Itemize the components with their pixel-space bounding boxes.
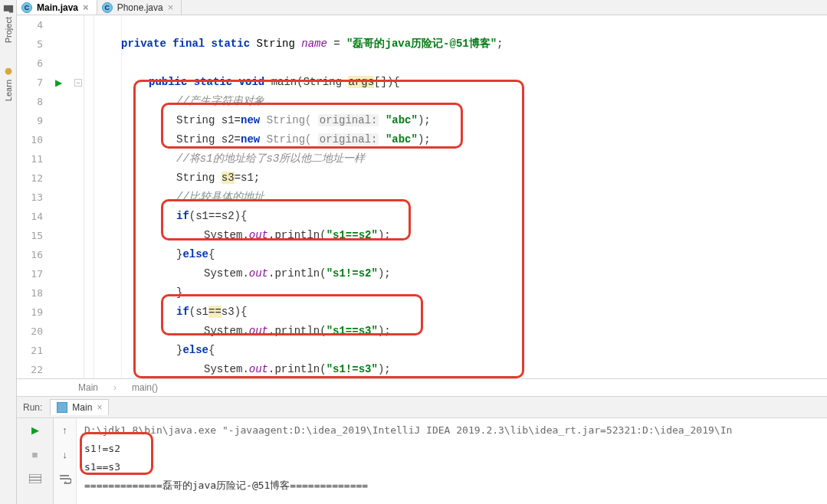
svg-rect-0 <box>3 5 12 11</box>
run-label: Run: <box>23 402 42 413</box>
line-number: 13 <box>17 191 48 203</box>
soft-wrap-button[interactable] <box>58 472 72 486</box>
rerun-button[interactable]: ▶ <box>28 423 42 437</box>
code-line: private final static String name = "磊哥的j… <box>84 34 827 54</box>
learn-icon <box>3 66 14 77</box>
editor-tab-bar: C Main.java × C Phone.java × <box>17 0 827 15</box>
code-area[interactable]: private final static String name = "磊哥的j… <box>84 15 827 378</box>
stop-button[interactable]: ■ <box>28 447 42 461</box>
code-line: //产生字符串对象 <box>84 92 827 111</box>
run-config-name: Main <box>72 402 92 413</box>
code-line: public static void main(String args[]){ <box>84 73 827 92</box>
svg-rect-3 <box>29 474 41 483</box>
line-number: 4 <box>17 19 48 31</box>
line-number: 7 <box>17 77 48 88</box>
console-output[interactable]: D:\jdk1.8\bin\java.exe "-javaagent:D:\id… <box>77 418 827 504</box>
code-line: String s3=s1; <box>84 169 827 188</box>
line-number: 21 <box>17 345 48 356</box>
line-number: 17 <box>17 268 48 280</box>
tab-label: Phone.java <box>117 2 163 13</box>
code-line: if(s1==s2){ <box>84 207 827 226</box>
console-line: s1!=s2 <box>84 440 819 458</box>
code-line: if(s1==s3){ <box>84 303 827 322</box>
line-number: 22 <box>17 364 48 375</box>
code-line: } <box>84 283 827 303</box>
line-number: 18 <box>17 287 48 299</box>
learn-label: Learn <box>4 80 13 101</box>
code-line: }else{ <box>84 341 827 360</box>
line-number: 10 <box>17 134 48 146</box>
code-line: }else{ <box>84 245 827 264</box>
code-line: System.out.println("s1!=s3"); <box>84 360 827 379</box>
gutter: 4 5 6 7▶− 8 9 10 11 12 13 14 15 16 17 18… <box>17 15 84 378</box>
line-number: 19 <box>17 306 48 318</box>
code-line: //将s1的地址给了s3所以他二地址一样 <box>84 149 827 169</box>
layout-button[interactable] <box>28 472 42 486</box>
code-line: //比较具体的地址 <box>84 188 827 207</box>
run-sidebar-secondary: ↑ ↓ <box>54 418 77 504</box>
line-number: 16 <box>17 249 48 260</box>
run-toolwindow-header: Run: Main × <box>17 397 827 418</box>
code-line: String s2=new String( original: "abc"); <box>84 130 827 149</box>
line-number: 8 <box>17 96 48 107</box>
application-icon <box>57 402 67 413</box>
line-number: 9 <box>17 115 48 126</box>
tab-label: Main.java <box>37 2 78 13</box>
console-line: =============磊哥的java历险记-@51博客===========… <box>84 476 819 495</box>
breadcrumb-method[interactable]: main() <box>132 382 158 393</box>
run-body: ▶ ■ ↑ ↓ D:\jdk1.8\bin\java.exe "-javaage… <box>17 418 827 504</box>
line-number: 12 <box>17 172 48 184</box>
code-line: String s1=new String( original: "abc"); <box>84 111 827 130</box>
class-icon: C <box>21 2 32 13</box>
tab-phone-java[interactable]: C Phone.java × <box>97 0 182 15</box>
tab-main-java[interactable]: C Main.java × <box>17 0 97 15</box>
code-line: System.out.println("s1==s3"); <box>84 322 827 341</box>
close-icon[interactable]: × <box>168 2 174 12</box>
folder-icon <box>3 3 14 14</box>
svg-point-2 <box>5 68 11 75</box>
line-number: 5 <box>17 38 48 50</box>
fold-icon[interactable]: − <box>74 79 82 87</box>
editor-area: 4 5 6 7▶− 8 9 10 11 12 13 14 15 16 17 18… <box>17 15 827 378</box>
project-label: Project <box>4 17 13 43</box>
close-icon[interactable]: × <box>97 402 102 413</box>
scroll-down-button[interactable]: ↓ <box>58 447 72 461</box>
line-number: 15 <box>17 230 48 241</box>
line-number: 6 <box>17 57 48 69</box>
line-number: 11 <box>17 153 48 165</box>
chevron-right-icon: › <box>113 382 117 393</box>
breadcrumb-class[interactable]: Main <box>78 382 98 393</box>
breadcrumb: Main › main() <box>17 378 827 397</box>
scroll-up-button[interactable]: ↑ <box>58 423 72 437</box>
line-number: 20 <box>17 326 48 337</box>
close-icon[interactable]: × <box>83 2 89 12</box>
run-config-tab[interactable]: Main × <box>50 399 109 415</box>
run-gutter-icon[interactable]: ▶ <box>55 77 62 88</box>
class-icon: C <box>102 2 113 13</box>
svg-rect-1 <box>8 11 12 13</box>
line-number: 14 <box>17 211 48 222</box>
tool-learn[interactable]: Learn <box>3 66 14 101</box>
console-line: s1==s3 <box>84 458 819 476</box>
run-sidebar-primary: ▶ ■ <box>17 418 54 504</box>
left-toolstrip: Project Learn <box>0 0 17 504</box>
tool-project[interactable]: Project <box>3 3 14 43</box>
code-line: System.out.println("s1==s2"); <box>84 226 827 245</box>
code-line: System.out.println("s1!=s2"); <box>84 264 827 283</box>
console-command: D:\jdk1.8\bin\java.exe "-javaagent:D:\id… <box>84 421 819 440</box>
